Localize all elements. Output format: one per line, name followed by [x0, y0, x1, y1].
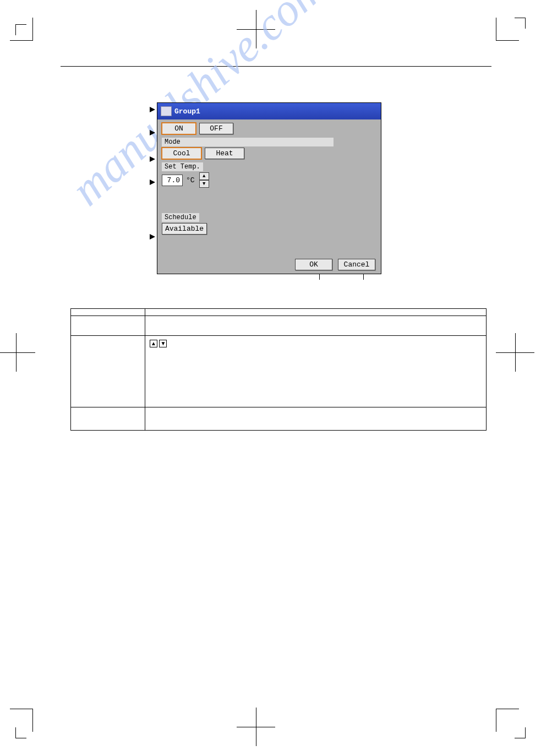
crop-mark [15, 727, 26, 738]
ok-button[interactable]: OK [295, 259, 332, 270]
off-button[interactable]: OFF [199, 123, 233, 134]
table-cell-desc [145, 309, 487, 316]
title-bar: Group1 [157, 103, 381, 119]
cool-button[interactable]: Cool [162, 148, 201, 159]
callout-arrow [150, 156, 155, 162]
callout-arrow [150, 180, 155, 185]
table-row: ▲ ▼ [71, 336, 487, 407]
schedule-label: Schedule [162, 213, 199, 222]
mode-label: Mode [162, 138, 334, 146]
table-cell-name [71, 316, 145, 336]
callout-arrow [150, 130, 155, 135]
crop-mark [515, 18, 526, 29]
temp-down-button[interactable]: ▼ [199, 180, 209, 188]
table-row [71, 407, 487, 431]
temp-unit: °C [186, 176, 195, 184]
table-cell-name [71, 407, 145, 431]
down-icon: ▼ [159, 340, 167, 347]
registration-cross [0, 333, 35, 372]
temp-value[interactable]: 7.0 [162, 175, 183, 186]
available-button[interactable]: Available [162, 223, 207, 235]
table-cell-desc [145, 316, 487, 336]
crop-mark [515, 727, 526, 738]
callout-arrow [150, 234, 155, 240]
table-row [71, 316, 487, 336]
window-icon [161, 106, 172, 116]
table-row [71, 309, 487, 316]
registration-cross [496, 333, 534, 372]
table-cell-desc: ▲ ▼ [145, 336, 487, 407]
cancel-button[interactable]: Cancel [338, 259, 375, 270]
temp-up-button[interactable]: ▲ [199, 172, 209, 180]
up-icon: ▲ [150, 340, 157, 347]
table-cell-desc [145, 407, 487, 431]
on-button[interactable]: ON [162, 123, 196, 134]
description-table: ▲ ▼ [70, 308, 487, 431]
dialog-window: Group1 ON OFF Mode Cool Heat Set Temp. 7… [157, 102, 381, 274]
heat-button[interactable]: Heat [205, 148, 244, 159]
registration-cross [237, 708, 275, 746]
set-temp-label: Set Temp. [162, 162, 203, 171]
table-cell-name [71, 309, 145, 316]
registration-cross [237, 10, 275, 48]
callout-arrow [150, 107, 155, 112]
table-cell-name [71, 336, 145, 407]
page-rule [61, 66, 491, 67]
crop-mark [15, 24, 26, 35]
window-title: Group1 [174, 107, 200, 116]
